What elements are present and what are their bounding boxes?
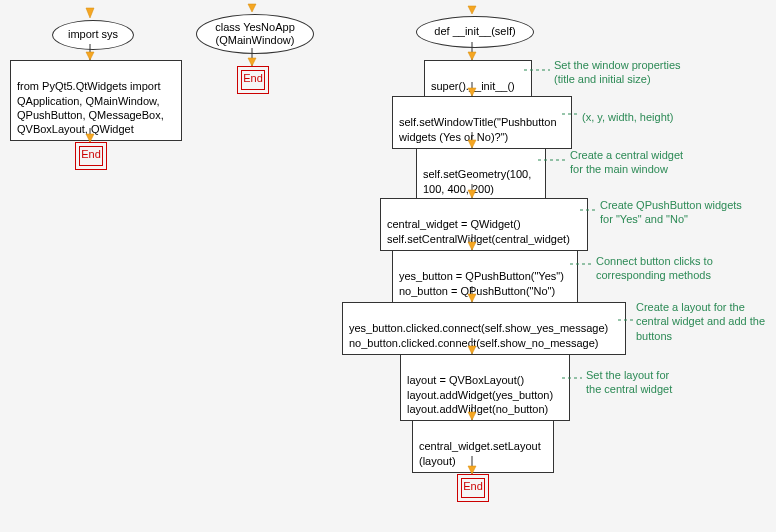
svg-marker-10 xyxy=(468,52,476,60)
col2-start-ellipse: class YesNoApp (QMainWindow) xyxy=(196,14,314,54)
node-superinit: super().__init__() xyxy=(424,60,532,99)
col3-end: End xyxy=(457,474,489,502)
node-centralwidget-text: central_widget = QWidget() self.setCentr… xyxy=(387,218,570,244)
col2-end-label: End xyxy=(238,72,268,84)
node-layout-text: layout = QVBoxLayout() layout.addWidget(… xyxy=(407,374,553,415)
col3-start-ellipse: def __init__(self) xyxy=(416,16,534,48)
col2-start-label: class YesNoApp (QMainWindow) xyxy=(199,21,311,47)
col1-end-label: End xyxy=(76,148,106,160)
col3-end-label: End xyxy=(458,480,488,492)
node-setlayout-text: central_widget.setLayout (layout) xyxy=(419,440,541,466)
svg-marker-4 xyxy=(86,52,94,60)
col1-end: End xyxy=(75,142,107,170)
comment-layout: Create a layout for the central widget a… xyxy=(636,300,765,343)
node-centralwidget: central_widget = QWidget() self.setCentr… xyxy=(380,198,588,251)
col1-imports-box: from PyQt5.QtWidgets import QApplication… xyxy=(10,60,182,141)
node-setlayout: central_widget.setLayout (layout) xyxy=(412,420,554,473)
node-connect: yes_button.clicked.connect(self.show_yes… xyxy=(342,302,626,355)
node-buttons: yes_button = QPushButton("Yes") no_butto… xyxy=(392,250,578,303)
node-buttons-text: yes_button = QPushButton("Yes") no_butto… xyxy=(399,270,564,296)
comment-central: Create a central widget for the main win… xyxy=(570,148,683,177)
svg-marker-8 xyxy=(248,58,256,66)
col1-imports-text: from PyQt5.QtWidgets import QApplication… xyxy=(17,80,164,135)
svg-marker-1 xyxy=(248,4,256,12)
col3-start-label: def __init__(self) xyxy=(434,25,515,38)
col2-end: End xyxy=(237,66,269,94)
node-superinit-text: super().__init__() xyxy=(431,80,515,92)
node-setgeometry-text: self.setGeometry(100, 100, 400, 200) xyxy=(423,168,531,194)
node-layout: layout = QVBoxLayout() layout.addWidget(… xyxy=(400,354,570,421)
svg-marker-0 xyxy=(86,8,94,18)
svg-marker-2 xyxy=(468,6,476,14)
node-setwindowtitle: self.setWindowTitle("Pushbutton widgets … xyxy=(392,96,572,149)
node-setwindowtitle-text: self.setWindowTitle("Pushbutton widgets … xyxy=(399,116,557,142)
node-connect-text: yes_button.clicked.connect(self.show_yes… xyxy=(349,322,608,348)
comment-connect: Connect button clicks to corresponding m… xyxy=(596,254,713,283)
node-setgeometry: self.setGeometry(100, 100, 400, 200) xyxy=(416,148,546,201)
comment-pushbuttons: Create QPushButton widgets for "Yes" and… xyxy=(600,198,742,227)
col1-start-label: import sys xyxy=(68,28,118,41)
comment-setlayout: Set the layout for the central widget xyxy=(586,368,672,397)
comment-window-props: Set the window properties (title and ini… xyxy=(554,58,681,87)
col1-start-ellipse: import sys xyxy=(52,20,134,50)
comment-geometry: (x, y, width, height) xyxy=(582,110,674,124)
